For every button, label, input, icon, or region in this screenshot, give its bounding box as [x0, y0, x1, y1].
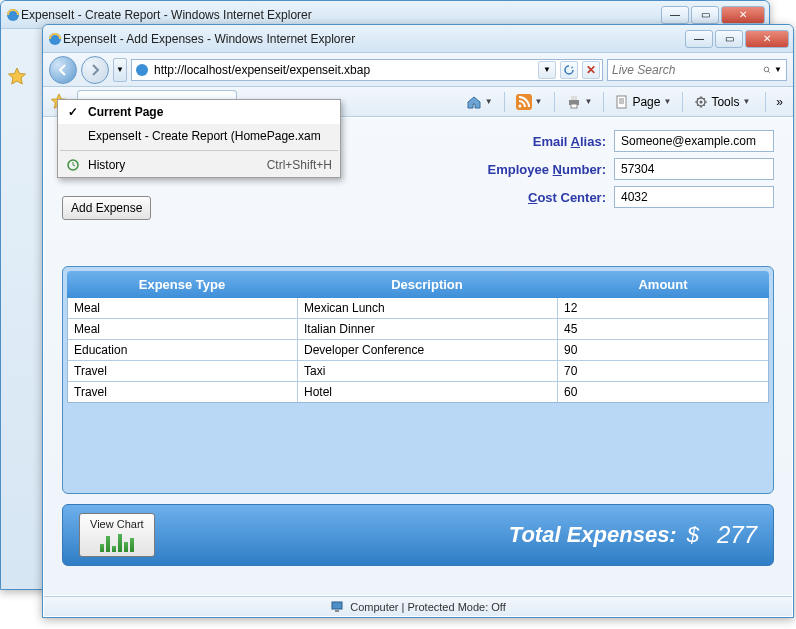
svg-rect-7 — [571, 96, 577, 100]
home-icon — [466, 94, 482, 110]
page-icon — [134, 62, 150, 78]
svg-rect-8 — [571, 104, 577, 108]
titlebar: ExpenseIt - Add Expenses - Windows Inter… — [43, 25, 793, 53]
svg-point-3 — [764, 67, 769, 72]
favorites-star-back[interactable] — [7, 67, 27, 87]
search-dropdown[interactable]: ▼ — [774, 65, 782, 74]
svg-rect-4 — [516, 94, 532, 110]
col-amount: Amount — [557, 271, 769, 298]
view-chart-button[interactable]: View Chart — [79, 513, 155, 557]
cost-center-input[interactable]: 4032 — [614, 186, 774, 208]
forward-button[interactable] — [81, 56, 109, 84]
table-header: Expense Type Description Amount — [67, 271, 769, 298]
navigation-bar: ▼ ▼ ✕ ▼ — [43, 53, 793, 87]
ie-icon — [5, 7, 21, 23]
gear-icon — [694, 95, 708, 109]
minimize-button[interactable]: — — [685, 30, 713, 48]
history-menu-item[interactable]: History Ctrl+Shift+H — [58, 153, 340, 177]
address-dropdown[interactable]: ▼ — [538, 61, 556, 79]
table-row[interactable]: Education Developer Conference 90 — [68, 340, 768, 361]
employee-number-label: Employee Number: — [488, 162, 606, 177]
maximize-button[interactable]: ▭ — [715, 30, 743, 48]
col-description: Description — [297, 271, 557, 298]
email-alias-label: Email Alias: — [533, 134, 606, 149]
page-menu[interactable]: Page ▼ — [610, 91, 676, 113]
history-icon — [66, 159, 80, 171]
rss-icon — [516, 94, 532, 110]
search-icon[interactable] — [763, 63, 771, 77]
svg-point-5 — [518, 104, 521, 107]
bar-chart-icon — [100, 532, 134, 552]
window-title-back: ExpenseIt - Create Report - Windows Inte… — [21, 8, 661, 22]
employee-number-input[interactable]: 57304 — [614, 158, 774, 180]
status-bar: Computer | Protected Mode: Off — [44, 596, 792, 616]
table-row[interactable]: Meal Mexican Lunch 12 — [68, 298, 768, 319]
svg-point-11 — [700, 100, 703, 103]
ie-icon — [47, 31, 63, 47]
home-button[interactable]: ▼ — [461, 91, 498, 113]
page-icon — [615, 95, 629, 109]
svg-rect-9 — [617, 96, 626, 108]
page-content: Email Alias: Someone@example.com Employe… — [44, 118, 792, 595]
stop-button[interactable]: ✕ — [582, 61, 600, 79]
history-current-page[interactable]: ✓ Current Page — [58, 100, 340, 124]
totals-panel: View Chart Total Expenses: $ 277 — [62, 504, 774, 566]
search-box[interactable]: ▼ — [607, 59, 787, 81]
svg-rect-14 — [335, 610, 339, 612]
cost-center-label: Cost Center: — [528, 190, 606, 205]
computer-icon — [330, 600, 344, 614]
close-button-back[interactable]: ✕ — [721, 6, 765, 24]
refresh-button[interactable] — [560, 61, 578, 79]
add-expense-button[interactable]: Add Expense — [62, 196, 151, 220]
currency-symbol: $ — [687, 522, 699, 548]
check-icon: ✓ — [66, 105, 80, 119]
status-text: Computer | Protected Mode: Off — [350, 601, 506, 613]
history-item-create-report[interactable]: ExpenseIt - Create Report (HomePage.xam — [58, 124, 340, 148]
tools-menu[interactable]: Tools ▼ — [689, 91, 755, 113]
table-row[interactable]: Travel Taxi 70 — [68, 361, 768, 382]
print-button[interactable]: ▼ — [561, 91, 598, 113]
minimize-button-back[interactable]: — — [661, 6, 689, 24]
search-input[interactable] — [612, 63, 763, 77]
main-window: ExpenseIt - Add Expenses - Windows Inter… — [42, 24, 794, 618]
col-expense-type: Expense Type — [67, 271, 297, 298]
back-button[interactable] — [49, 56, 77, 84]
table-row[interactable]: Meal Italian Dinner 45 — [68, 319, 768, 340]
maximize-button-back[interactable]: ▭ — [691, 6, 719, 24]
svg-rect-13 — [332, 602, 342, 609]
expenses-table-panel: Expense Type Description Amount Meal Mex… — [62, 266, 774, 494]
svg-point-2 — [136, 64, 148, 76]
total-expenses-label: Total Expenses: — [155, 522, 677, 548]
window-title: ExpenseIt - Add Expenses - Windows Inter… — [63, 32, 685, 46]
history-dropdown: ✓ Current Page ExpenseIt - Create Report… — [57, 99, 341, 178]
close-button[interactable]: ✕ — [745, 30, 789, 48]
feeds-button[interactable]: ▼ — [511, 91, 548, 113]
email-alias-input[interactable]: Someone@example.com — [614, 130, 774, 152]
chevron-more[interactable]: » — [776, 95, 783, 109]
total-amount: 277 — [717, 521, 757, 549]
table-body: Meal Mexican Lunch 12 Meal Italian Dinne… — [67, 298, 769, 403]
nav-history-dropdown[interactable]: ▼ — [113, 58, 127, 82]
address-bar[interactable]: ▼ ✕ — [131, 59, 603, 81]
address-input[interactable] — [154, 61, 534, 79]
print-icon — [566, 94, 582, 110]
table-row[interactable]: Travel Hotel 60 — [68, 382, 768, 402]
